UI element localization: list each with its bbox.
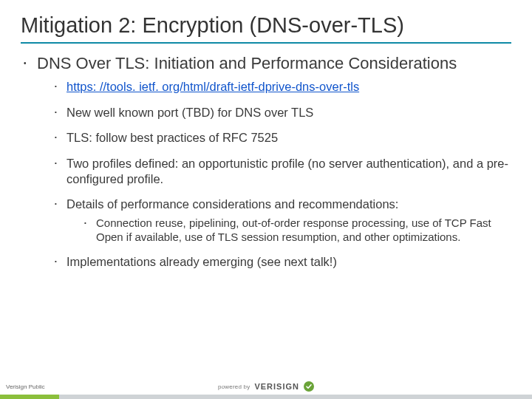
- brand-label: VERISIGN: [254, 382, 299, 391]
- footer-accent-bar: [0, 395, 532, 399]
- bullet-level2: • TLS: follow best practices of RFC 7525: [55, 130, 511, 146]
- bullet-level3: • Connection reuse, pipelining, out-of-o…: [84, 216, 505, 245]
- slide-footer: Verisign Public powered by VERISIGN: [0, 380, 532, 399]
- bullet-text: Details of performance considerations an…: [66, 197, 398, 212]
- slide: Mitigation 2: Encryption (DNS-over-TLS) …: [0, 0, 532, 399]
- bullet-level2: • Implementations already emerging (see …: [55, 254, 511, 270]
- footer-logo: powered by VERISIGN: [218, 381, 314, 392]
- title-underline: [21, 42, 511, 44]
- bullet-text: TLS: follow best practices of RFC 7525: [66, 130, 278, 146]
- bullet-text: New well known port (TBD) for DNS over T…: [66, 105, 313, 120]
- bullet-text: DNS Over TLS: Initiation and Performance…: [37, 54, 457, 73]
- bullet-dot: •: [24, 54, 37, 73]
- bullet-dot: •: [55, 156, 66, 186]
- bullet-level1: • DNS Over TLS: Initiation and Performan…: [24, 54, 511, 73]
- bullet-dot: •: [84, 216, 96, 245]
- classification-label: Verisign Public: [6, 383, 44, 390]
- bullet-text: Implementations already emerging (see ne…: [66, 254, 337, 270]
- bullet-dot: •: [55, 130, 66, 146]
- bullet-level2: • New well known port (TBD) for DNS over…: [55, 105, 511, 120]
- bullet-dot: •: [55, 105, 66, 120]
- bullet-dot: •: [55, 79, 66, 95]
- bullet-dot: •: [55, 254, 66, 270]
- poweredby-label: powered by: [218, 383, 250, 390]
- ietf-draft-link[interactable]: https: //tools. ietf. org/html/draft-iet…: [66, 80, 359, 93]
- bullet-dot: •: [55, 197, 66, 212]
- bullet-text: Two profiles defined: an opportunistic p…: [66, 156, 511, 186]
- checkmark-icon: [304, 381, 314, 392]
- bullet-level2: • Two profiles defined: an opportunistic…: [55, 156, 511, 186]
- bullet-text: Connection reuse, pipelining, out-of-ord…: [96, 216, 505, 245]
- bullet-level2: • https: //tools. ietf. org/html/draft-i…: [55, 79, 511, 95]
- bullet-text: https: //tools. ietf. org/html/draft-iet…: [66, 79, 359, 95]
- slide-title: Mitigation 2: Encryption (DNS-over-TLS): [21, 13, 511, 38]
- bullet-level2: • Details of performance considerations …: [55, 197, 511, 212]
